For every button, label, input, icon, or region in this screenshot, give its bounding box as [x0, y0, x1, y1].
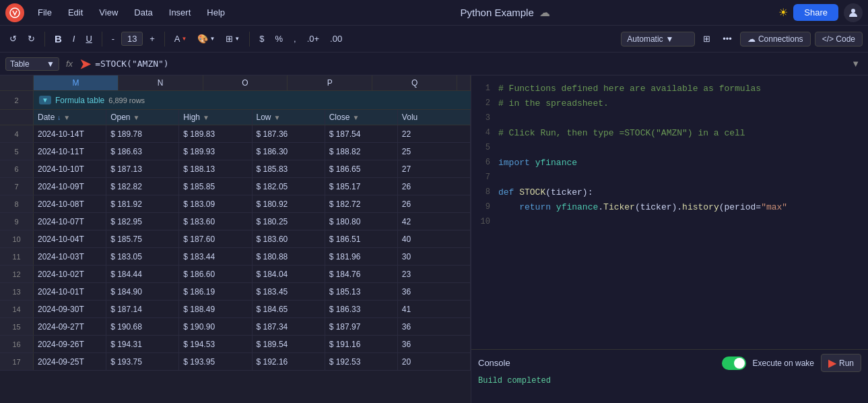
table-row[interactable]: 102024-10-04T$ 185.75$ 187.60$ 183.60$ 1…: [0, 230, 471, 248]
code-editor[interactable]: 1# Functions defined here are available …: [471, 75, 868, 349]
cs-low[interactable]: Low ▼: [253, 110, 325, 125]
cell-volume[interactable]: 22: [398, 125, 471, 142]
cell-open[interactable]: $ 185.75: [106, 230, 179, 247]
cell-high[interactable]: $ 183.44: [179, 248, 252, 265]
cell-volume[interactable]: 42: [398, 213, 471, 230]
cell-high[interactable]: $ 187.60: [179, 230, 252, 247]
cell-close[interactable]: $ 186.33: [325, 301, 398, 317]
col-header-p[interactable]: P: [288, 75, 372, 90]
bold-button[interactable]: B: [51, 31, 66, 46]
cell-volume[interactable]: 36: [398, 336, 471, 352]
cell-date[interactable]: 2024-10-08T: [34, 195, 106, 212]
redo-button[interactable]: ↻: [24, 32, 39, 46]
cell-date[interactable]: 2024-10-03T: [34, 248, 106, 265]
table-row[interactable]: 162024-09-26T$ 194.31$ 194.53$ 189.54$ 1…: [0, 336, 471, 353]
table-row[interactable]: 152024-09-27T$ 190.68$ 190.90$ 187.34$ 1…: [0, 318, 471, 336]
cell-volume[interactable]: 36: [398, 283, 471, 300]
col-header-o[interactable]: O: [203, 75, 288, 90]
cell-open[interactable]: $ 186.63: [106, 143, 179, 160]
table-row[interactable]: 92024-10-07T$ 182.95$ 183.60$ 180.25$ 18…: [0, 213, 471, 230]
cell-low[interactable]: $ 182.05: [253, 178, 325, 195]
cell-date[interactable]: 2024-09-26T: [34, 336, 106, 352]
cell-high[interactable]: $ 189.93: [179, 143, 252, 160]
cell-date[interactable]: 2024-10-10T: [34, 160, 106, 177]
connections-button[interactable]: ☁ Connections: [740, 32, 811, 46]
cell-low[interactable]: $ 180.88: [253, 248, 325, 265]
cell-close[interactable]: $ 187.97: [325, 318, 398, 335]
theme-icon[interactable]: ☀: [778, 6, 788, 19]
cell-low[interactable]: $ 189.54: [253, 336, 325, 352]
cell-volume[interactable]: 26: [398, 178, 471, 195]
cell-low[interactable]: $ 185.83: [253, 160, 325, 177]
cell-open[interactable]: $ 193.75: [106, 353, 179, 370]
cell-date[interactable]: 2024-10-11T: [34, 143, 106, 160]
underline-button[interactable]: U: [81, 32, 96, 46]
cell-open[interactable]: $ 182.95: [106, 213, 179, 230]
decimal-down-button[interactable]: .00: [326, 32, 346, 46]
menu-insert[interactable]: Insert: [162, 5, 198, 20]
cell-low[interactable]: $ 192.16: [253, 353, 325, 370]
cs-date[interactable]: Date ↓ ▼: [34, 110, 106, 125]
cell-close[interactable]: $ 185.17: [325, 178, 398, 195]
percent-button[interactable]: %: [271, 32, 287, 46]
cell-date[interactable]: 2024-10-07T: [34, 213, 106, 230]
cell-open[interactable]: $ 189.78: [106, 125, 179, 142]
cell-close[interactable]: $ 181.96: [325, 248, 398, 265]
cell-open[interactable]: $ 181.92: [106, 195, 179, 212]
cell-open[interactable]: $ 184.44: [106, 266, 179, 282]
cell-high[interactable]: $ 188.49: [179, 301, 252, 317]
cell-volume[interactable]: 41: [398, 301, 471, 317]
decimal-up-button[interactable]: .0+: [303, 32, 323, 46]
cell-low[interactable]: $ 180.25: [253, 213, 325, 230]
cell-low[interactable]: $ 187.36: [253, 125, 325, 142]
cell-volume[interactable]: 40: [398, 230, 471, 247]
cell-date[interactable]: 2024-10-04T: [34, 230, 106, 247]
cell-date[interactable]: 2024-10-01T: [34, 283, 106, 300]
fill-color-button[interactable]: 🎨▼: [193, 32, 219, 46]
cell-volume[interactable]: 27: [398, 160, 471, 177]
table-row[interactable]: 142024-09-30T$ 187.14$ 188.49$ 184.65$ 1…: [0, 301, 471, 318]
cell-low[interactable]: $ 184.04: [253, 266, 325, 282]
cell-low[interactable]: $ 183.60: [253, 230, 325, 247]
cell-volume[interactable]: 25: [398, 143, 471, 160]
run-button[interactable]: ▶ Run: [821, 354, 861, 372]
table-row[interactable]: 112024-10-03T$ 183.05$ 183.44$ 180.88$ 1…: [0, 248, 471, 266]
cell-close[interactable]: $ 192.53: [325, 353, 398, 370]
table-row[interactable]: 82024-10-08T$ 181.92$ 183.09$ 180.92$ 18…: [0, 195, 471, 213]
menu-help[interactable]: Help: [200, 5, 232, 20]
cell-close[interactable]: $ 185.13: [325, 283, 398, 300]
table-row[interactable]: 132024-10-01T$ 184.90$ 186.19$ 183.45$ 1…: [0, 283, 471, 301]
cell-close[interactable]: $ 184.76: [325, 266, 398, 282]
format-dropdown[interactable]: Automatic ▼: [621, 32, 695, 46]
cell-open[interactable]: $ 194.31: [106, 336, 179, 352]
cell-high[interactable]: $ 186.19: [179, 283, 252, 300]
cell-open[interactable]: $ 187.14: [106, 301, 179, 317]
text-color-button[interactable]: A▼: [170, 32, 191, 46]
cell-name-box[interactable]: Table ▼: [5, 57, 59, 71]
cell-close[interactable]: $ 180.80: [325, 213, 398, 230]
cell-high[interactable]: $ 188.13: [179, 160, 252, 177]
execute-on-wake-toggle[interactable]: [722, 356, 746, 370]
cell-high[interactable]: $ 190.90: [179, 318, 252, 335]
cell-date[interactable]: 2024-09-25T: [34, 353, 106, 370]
comma-button[interactable]: ,: [290, 32, 300, 46]
formula-expand-icon[interactable]: ▼: [848, 57, 863, 70]
cell-open[interactable]: $ 187.13: [106, 160, 179, 177]
cell-high[interactable]: $ 194.53: [179, 336, 252, 352]
undo-button[interactable]: ↺: [5, 32, 21, 46]
cell-high[interactable]: $ 193.95: [179, 353, 252, 370]
italic-button[interactable]: I: [69, 32, 79, 46]
cell-volume[interactable]: 30: [398, 248, 471, 265]
table-row[interactable]: 42024-10-14T$ 189.78$ 189.83$ 187.36$ 18…: [0, 125, 471, 143]
cell-close[interactable]: $ 188.82: [325, 143, 398, 160]
cell-volume[interactable]: 26: [398, 195, 471, 212]
table-row[interactable]: 172024-09-25T$ 193.75$ 193.95$ 192.16$ 1…: [0, 353, 471, 371]
cell-low[interactable]: $ 187.34: [253, 318, 325, 335]
cell-close[interactable]: $ 191.16: [325, 336, 398, 352]
font-size-plus[interactable]: +: [145, 32, 159, 46]
cell-low[interactable]: $ 180.92: [253, 195, 325, 212]
more-options-button[interactable]: •••: [719, 32, 736, 46]
cell-volume[interactable]: 23: [398, 266, 471, 282]
cell-high[interactable]: $ 183.09: [179, 195, 252, 212]
cell-date[interactable]: 2024-10-14T: [34, 125, 106, 142]
